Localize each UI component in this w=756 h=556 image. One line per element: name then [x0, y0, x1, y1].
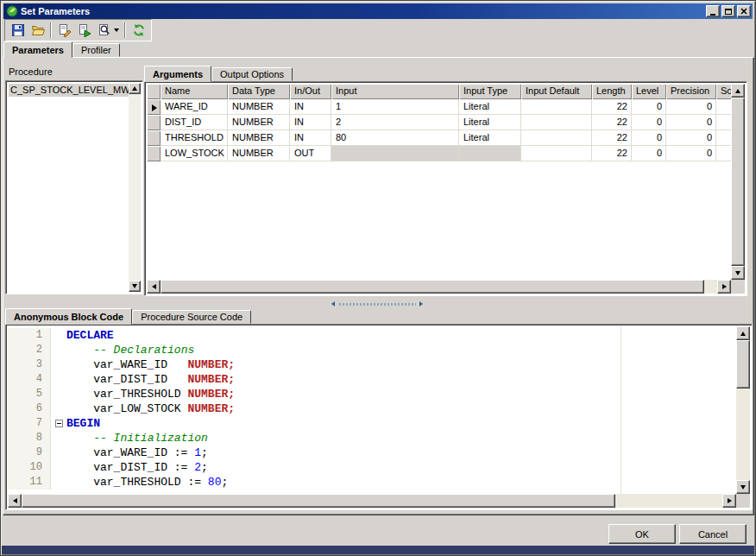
list-item[interactable]: C_SP_STOCK_LEVEL_MW — [9, 84, 129, 97]
column-header[interactable]: Scale — [716, 84, 731, 99]
column-header[interactable]: Length — [592, 84, 632, 99]
grid-cell[interactable]: 0 — [632, 130, 666, 146]
scrollbar-thumb[interactable] — [22, 494, 615, 508]
grid-cell[interactable]: Literal — [459, 130, 521, 146]
refresh-button[interactable] — [129, 21, 148, 40]
grid-cell[interactable] — [716, 115, 731, 130]
column-header[interactable]: Name — [161, 84, 228, 99]
row-selector[interactable] — [147, 115, 161, 130]
grid-cell[interactable]: 22 — [592, 115, 632, 130]
scroll-up-button[interactable] — [731, 84, 745, 98]
execute-script-button[interactable] — [74, 21, 94, 40]
row-selector[interactable] — [147, 130, 161, 146]
grid-cell[interactable] — [331, 146, 459, 161]
code-line[interactable]: 10 var_DIST_ID := 2; — [8, 460, 736, 475]
save-button[interactable] — [8, 21, 28, 40]
grid-cell[interactable] — [521, 115, 592, 130]
open-button[interactable] — [28, 21, 47, 40]
column-header[interactable]: Input — [331, 84, 459, 99]
grid-cell[interactable]: NUMBER — [228, 130, 290, 146]
scroll-down-button[interactable] — [129, 281, 141, 292]
cancel-button[interactable]: Cancel — [679, 524, 747, 544]
code-line[interactable]: 9 var_WARE_ID := 1; — [8, 445, 736, 460]
scrollbar-thumb[interactable] — [736, 340, 750, 389]
grid-cell[interactable]: 0 — [666, 130, 716, 146]
grid-cell[interactable] — [716, 99, 731, 115]
scroll-right-button[interactable] — [722, 494, 736, 508]
grid-cell[interactable]: NUMBER — [228, 99, 290, 115]
tab-procedure-source-code[interactable]: Procedure Source Code — [132, 310, 251, 324]
splitter-handle[interactable] — [331, 300, 423, 307]
grid-cell[interactable]: 0 — [632, 146, 666, 161]
table-row[interactable]: DIST_IDNUMBERIN2Literal2200 — [147, 115, 731, 130]
grid-cell[interactable]: 22 — [592, 99, 632, 115]
grid-cell[interactable]: 22 — [592, 130, 632, 146]
code-line[interactable]: 2 -- Declarations — [8, 343, 736, 357]
scroll-up-button[interactable] — [129, 83, 141, 94]
code-line[interactable]: 1DECLARE — [8, 328, 736, 343]
tab-output-options[interactable]: Output Options — [211, 67, 293, 81]
tab-parameters[interactable]: Parameters — [3, 41, 72, 58]
grid-cell[interactable]: 2 — [331, 115, 459, 130]
scroll-down-button[interactable] — [736, 480, 750, 494]
grid-cell[interactable]: DIST_ID — [161, 115, 228, 130]
column-header[interactable]: Input Default — [521, 84, 592, 99]
grid-cell[interactable]: WARE_ID — [161, 99, 228, 115]
code-line[interactable]: 3 var_WARE_ID NUMBER; — [8, 357, 736, 372]
scroll-down-button[interactable] — [731, 266, 745, 280]
edit-code-button[interactable] — [54, 21, 74, 40]
scroll-right-button[interactable] — [717, 280, 731, 294]
column-header[interactable]: Data Type — [228, 84, 290, 99]
code-line[interactable]: 7BEGIN — [8, 416, 736, 431]
grid-cell[interactable]: 0 — [666, 99, 716, 115]
grid-cell[interactable]: Literal — [459, 115, 521, 130]
minimize-button[interactable] — [706, 5, 720, 17]
grid-cell[interactable] — [521, 99, 592, 115]
grid-cell[interactable]: LOW_STOCK — [161, 146, 228, 161]
tab-profiler[interactable]: Profiler — [72, 43, 120, 57]
ok-button[interactable]: OK — [608, 524, 676, 544]
tab-anonymous-block-code[interactable]: Anonymous Block Code — [5, 308, 132, 325]
scroll-left-button[interactable] — [8, 494, 22, 508]
column-header[interactable]: In/Out — [290, 84, 331, 99]
grid-cell[interactable]: 0 — [632, 115, 666, 130]
code-line[interactable]: 8 -- Initialization — [8, 431, 736, 445]
grid-cell[interactable]: NUMBER — [228, 115, 290, 130]
grid-cell[interactable]: Literal — [459, 99, 521, 115]
code-line[interactable]: 5 var_THRESHOLD NUMBER; — [8, 387, 736, 401]
value-viewer-button[interactable] — [94, 21, 122, 40]
code-line[interactable]: 11 var_THRESHOLD := 80; — [8, 475, 736, 490]
fold-collapse-toggle[interactable] — [51, 416, 66, 431]
grid-cell[interactable] — [521, 130, 592, 146]
procedure-listbox[interactable]: C_SP_STOCK_LEVEL_MW — [5, 80, 143, 294]
scroll-up-button[interactable] — [736, 326, 750, 340]
grid-cell[interactable]: 0 — [666, 115, 716, 130]
scroll-left-button[interactable] — [147, 280, 161, 294]
close-button[interactable] — [737, 5, 751, 17]
column-header[interactable]: Input Type — [459, 84, 521, 99]
grid-cell[interactable]: 0 — [632, 99, 666, 115]
grid-cell[interactable]: OUT — [290, 146, 331, 161]
grid-horizontal-scrollbar[interactable] — [147, 280, 731, 294]
code-vertical-scrollbar[interactable] — [736, 326, 750, 494]
column-header[interactable]: Level — [632, 84, 666, 99]
code-horizontal-scrollbar[interactable] — [8, 494, 736, 508]
grid-cell[interactable]: NUMBER — [228, 146, 290, 161]
grid-cell[interactable] — [521, 146, 592, 161]
row-selector[interactable] — [147, 99, 161, 115]
code-viewport[interactable]: 1DECLARE2 -- Declarations3 var_WARE_ID N… — [8, 326, 736, 494]
table-row[interactable]: WARE_IDNUMBERIN1Literal2200 — [147, 99, 731, 115]
grid-cell[interactable]: 80 — [331, 130, 459, 146]
grid-cell[interactable]: IN — [290, 115, 331, 130]
listbox-scrollbar[interactable] — [129, 83, 141, 292]
row-selector[interactable] — [147, 146, 161, 161]
tab-arguments[interactable]: Arguments — [144, 66, 211, 82]
table-row[interactable]: LOW_STOCKNUMBEROUT2200 — [147, 146, 731, 161]
table-row[interactable]: THRESHOLDNUMBERIN80Literal2200 — [147, 130, 731, 146]
grid-cell[interactable]: THRESHOLD — [161, 130, 228, 146]
grid-vertical-scrollbar[interactable] — [731, 84, 745, 280]
column-header[interactable]: Precision — [666, 84, 716, 99]
code-line[interactable]: 4 var_DIST_ID NUMBER; — [8, 372, 736, 387]
grid-cell[interactable] — [716, 146, 731, 161]
grid-cell[interactable]: 0 — [666, 146, 716, 161]
